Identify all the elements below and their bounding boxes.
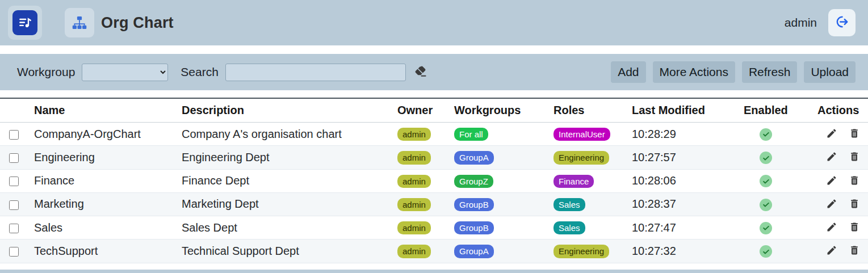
row-checkbox[interactable]: [9, 130, 19, 140]
upload-button[interactable]: Upload: [804, 61, 856, 83]
row-enabled-cell: [735, 169, 808, 192]
row-name: Engineering: [25, 146, 173, 169]
row-role-cell: Finance: [544, 169, 623, 192]
row-description: Finance Dept: [173, 169, 388, 192]
edit-button[interactable]: [818, 198, 837, 211]
trash-icon: [849, 132, 860, 141]
workgroup-badge: GroupA: [454, 151, 494, 164]
delete-button[interactable]: [841, 175, 860, 188]
row-checkbox[interactable]: [9, 247, 19, 257]
row-owner-cell: admin: [388, 169, 445, 192]
row-enabled-cell: [735, 216, 808, 240]
column-header-select: [0, 98, 25, 123]
row-last-modified: 10:28:06: [623, 169, 735, 192]
delete-button[interactable]: [841, 128, 860, 141]
row-actions-cell: [808, 216, 868, 240]
table-row: CompanyA-OrgChart Company A's organisati…: [0, 123, 868, 146]
row-actions-cell: [808, 192, 868, 216]
pencil-icon: [826, 179, 837, 188]
row-name: TechSupport: [25, 240, 173, 263]
edit-button[interactable]: [818, 221, 837, 234]
owner-badge: admin: [397, 175, 431, 188]
column-header-workgroups: Workgroups: [445, 98, 544, 123]
header-separator: [0, 45, 868, 54]
row-owner-cell: admin: [388, 146, 445, 169]
role-badge: Engineering: [553, 151, 609, 164]
delete-button[interactable]: [841, 151, 860, 164]
table-row: Sales Sales Dept admin GroupB Sales 10:2…: [0, 216, 868, 240]
edit-button[interactable]: [818, 128, 837, 141]
search-input[interactable]: [225, 64, 406, 81]
row-last-modified: 10:27:57: [623, 146, 735, 169]
row-owner-cell: admin: [388, 216, 445, 240]
edit-button[interactable]: [818, 245, 837, 258]
row-select-cell: [0, 240, 25, 263]
clear-search-button[interactable]: [414, 65, 427, 79]
row-role-cell: Sales: [544, 192, 623, 216]
current-user-label: admin: [785, 16, 817, 30]
row-workgroup-cell: GroupB: [445, 216, 544, 240]
trash-icon: [849, 179, 860, 188]
logout-icon: [835, 14, 850, 31]
enabled-check-icon: [760, 175, 772, 187]
row-workgroup-cell: For all: [445, 123, 544, 146]
toolbar: Workgroup Search AddMore ActionsRefreshU…: [0, 54, 868, 90]
edit-button[interactable]: [818, 151, 837, 164]
pencil-icon: [826, 156, 837, 164]
row-name: Marketing: [25, 192, 173, 216]
trash-icon: [849, 249, 860, 258]
enabled-check-icon: [760, 199, 772, 211]
delete-button[interactable]: [841, 245, 860, 258]
row-checkbox[interactable]: [9, 153, 19, 163]
column-header-owner: Owner: [388, 98, 445, 123]
org-chart-app: Org Chart admin Workgroup Search: [0, 0, 868, 273]
enabled-check-icon: [760, 152, 772, 164]
column-header-actions: Actions: [808, 98, 868, 123]
row-workgroup-cell: GroupB: [445, 192, 544, 216]
row-owner-cell: admin: [388, 240, 445, 263]
owner-badge: admin: [397, 198, 431, 211]
row-actions-cell: [808, 240, 868, 263]
row-checkbox[interactable]: [9, 177, 19, 186]
add-button[interactable]: Add: [611, 61, 645, 83]
app-logo-button[interactable]: [8, 6, 42, 40]
workgroup-select[interactable]: [82, 64, 168, 81]
owner-badge: admin: [397, 128, 431, 141]
pencil-icon: [826, 203, 837, 211]
row-select-cell: [0, 216, 25, 240]
enabled-check-icon: [760, 128, 772, 141]
row-role-cell: Engineering: [544, 240, 623, 263]
delete-button[interactable]: [841, 198, 860, 211]
role-badge: Engineering: [553, 245, 609, 258]
refresh-button[interactable]: Refresh: [742, 61, 798, 83]
row-checkbox[interactable]: [9, 200, 19, 210]
delete-button[interactable]: [841, 221, 860, 234]
page-title: Org Chart: [101, 14, 174, 32]
workgroup-badge: GroupA: [454, 245, 494, 258]
footer-strip: [0, 270, 868, 273]
search-label: Search: [181, 65, 219, 79]
row-last-modified: 10:28:29: [623, 123, 735, 146]
pencil-icon: [826, 132, 837, 141]
owner-badge: admin: [397, 151, 431, 164]
logout-button[interactable]: [828, 9, 856, 36]
row-name: Sales: [25, 216, 173, 240]
owner-badge: admin: [397, 221, 431, 234]
row-owner-cell: admin: [388, 123, 445, 146]
trash-icon: [849, 226, 860, 234]
row-role-cell: InternalUser: [544, 123, 623, 146]
pencil-icon: [826, 226, 837, 234]
row-owner-cell: admin: [388, 192, 445, 216]
row-enabled-cell: [735, 123, 808, 146]
table-row: Finance Finance Dept admin GroupZ Financ…: [0, 169, 868, 192]
row-workgroup-cell: GroupA: [445, 240, 544, 263]
pencil-icon: [826, 249, 837, 258]
trash-icon: [849, 156, 860, 164]
row-checkbox[interactable]: [9, 224, 19, 233]
table-body: CompanyA-OrgChart Company A's organisati…: [0, 123, 868, 263]
eraser-icon: [414, 65, 427, 79]
more-actions-button[interactable]: More Actions: [653, 61, 735, 83]
edit-button[interactable]: [818, 175, 837, 188]
toolbar-separator: [0, 90, 868, 98]
row-actions-cell: [808, 169, 868, 192]
